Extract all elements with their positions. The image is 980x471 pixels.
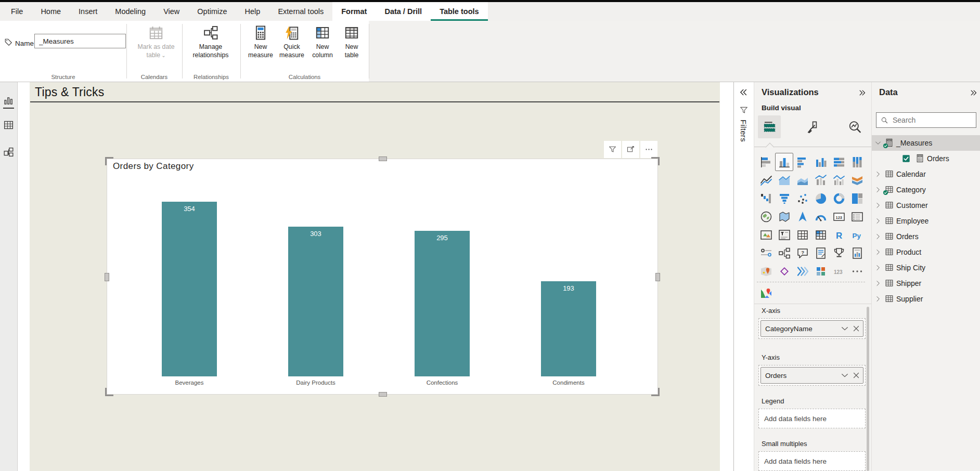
- mark-as-date-table-button[interactable]: Mark as date table⌄: [132, 25, 180, 59]
- selection-corner-handle[interactable]: [651, 157, 660, 165]
- resize-handle-right[interactable]: [655, 273, 660, 281]
- tree-item-category[interactable]: Category: [872, 182, 980, 198]
- tab-help[interactable]: Help: [236, 2, 269, 21]
- visual-type-matrix[interactable]: [811, 226, 830, 244]
- chevron-down-icon[interactable]: [840, 324, 849, 333]
- visual-type-stacked-column-chart[interactable]: [775, 153, 793, 171]
- quick-measure-button[interactable]: Quick measure: [277, 25, 307, 59]
- visual-type-stacked-area-chart[interactable]: [793, 171, 811, 189]
- new-column-button[interactable]: New column: [308, 25, 337, 59]
- y-axis-well[interactable]: Orders: [758, 365, 866, 386]
- more-options-button[interactable]: [640, 141, 657, 158]
- visual-type-filled-map[interactable]: [775, 207, 793, 226]
- expand-chevron-icon[interactable]: [874, 202, 882, 209]
- report-page[interactable]: Tips & Tricks Orders by Category 354Beve…: [30, 82, 720, 471]
- resize-handle-left[interactable]: [105, 273, 109, 281]
- visual-type-metrics[interactable]: [830, 244, 848, 262]
- remove-field-icon[interactable]: [852, 371, 861, 380]
- visual-type-qna[interactable]: ?: [793, 244, 811, 262]
- visual-type-multi-row-card[interactable]: [848, 207, 866, 226]
- visual-type-power-automate-visual[interactable]: [793, 262, 811, 280]
- visual-type-more-options-gallery[interactable]: [848, 262, 866, 280]
- visual-type-scatter-chart[interactable]: [793, 189, 811, 207]
- visual-type-paginated-report[interactable]: [848, 244, 866, 262]
- visual-type-table[interactable]: [793, 226, 811, 244]
- x-axis-well[interactable]: CategoryName: [758, 318, 866, 339]
- expand-chevron-icon[interactable]: [874, 171, 882, 178]
- visual-type-pie-chart[interactable]: [811, 189, 830, 207]
- visual-type-card[interactable]: 123: [830, 207, 848, 226]
- visual-type-kpi[interactable]: [757, 226, 775, 244]
- expand-chevron-icon[interactable]: [874, 186, 882, 193]
- focus-mode-button[interactable]: [622, 141, 639, 158]
- visual-type-arcgis-map[interactable]: [757, 262, 775, 280]
- panel-scrollbar[interactable]: [867, 307, 869, 471]
- tab-file[interactable]: File: [2, 2, 32, 21]
- visual-type-line-chart[interactable]: [757, 171, 775, 189]
- visual-type-funnel-chart[interactable]: [775, 189, 793, 207]
- visual-type-r-script-visual[interactable]: R: [830, 226, 848, 244]
- tree-item-calendar[interactable]: Calendar: [872, 166, 980, 182]
- bar-chart-visual[interactable]: Orders by Category 354Beverages303Dairy …: [107, 159, 658, 395]
- tree-item-supplier[interactable]: Supplier: [872, 291, 980, 307]
- field-pill-categoryname[interactable]: CategoryName: [760, 320, 863, 337]
- collapse-visualizations-icon[interactable]: [858, 89, 866, 97]
- visual-type-ribbon-chart[interactable]: [848, 171, 866, 189]
- visual-type-squares-visual[interactable]: [811, 262, 830, 280]
- expand-chevron-icon[interactable]: [874, 139, 882, 147]
- expand-chevron-icon[interactable]: [874, 280, 882, 287]
- selection-corner-handle[interactable]: [651, 388, 660, 396]
- new-table-button[interactable]: New table: [338, 25, 365, 59]
- filter-button[interactable]: [604, 141, 621, 158]
- remove-field-icon[interactable]: [852, 324, 861, 333]
- tab-data-drill[interactable]: Data / Drill: [376, 2, 431, 21]
- tab-external-tools[interactable]: External tools: [269, 2, 332, 21]
- tree-item-employee[interactable]: Employee: [872, 213, 980, 229]
- expand-chevron-icon[interactable]: [874, 264, 882, 271]
- collapse-data-panel-icon[interactable]: [970, 89, 977, 97]
- visual-type-smart-narrative[interactable]: [811, 244, 830, 262]
- report-view-icon[interactable]: [3, 96, 14, 109]
- filters-panel-title[interactable]: Filters: [739, 120, 748, 142]
- expand-chevron-icon[interactable]: [874, 248, 882, 256]
- visual-type-line-and-clustered-column-chart[interactable]: [830, 171, 848, 189]
- bar-confections[interactable]: 295: [415, 231, 470, 376]
- small-multiples-well[interactable]: Add data fields here: [758, 451, 866, 471]
- visual-type-waterfall-chart[interactable]: [757, 189, 775, 207]
- bar-dairy-products[interactable]: 303: [288, 227, 343, 376]
- expand-filters-icon[interactable]: [739, 88, 748, 97]
- tab-analytics[interactable]: [843, 115, 866, 138]
- tree-item-shipper[interactable]: Shipper: [872, 276, 980, 291]
- selection-corner-handle[interactable]: [105, 157, 113, 165]
- visual-type-decomposition-tree[interactable]: [775, 244, 793, 262]
- visual-type-donut-chart[interactable]: [830, 189, 848, 207]
- tab-insert[interactable]: Insert: [70, 2, 106, 21]
- checkbox-checked-icon[interactable]: [902, 154, 910, 163]
- visual-type-area-chart[interactable]: [775, 171, 793, 189]
- visual-type-hundred-stacked-column-chart[interactable]: [848, 153, 866, 171]
- expand-chevron-icon[interactable]: [874, 217, 882, 225]
- visual-type-power-apps-visual[interactable]: [775, 262, 793, 280]
- visual-type-treemap[interactable]: [848, 189, 866, 207]
- tab-build-visual[interactable]: [758, 115, 781, 138]
- field-pill-orders[interactable]: Orders: [760, 367, 863, 384]
- visual-type-google-maps-visual[interactable]: G: [757, 283, 775, 302]
- tree-item-ship-city[interactable]: Ship City: [872, 260, 980, 276]
- visual-type-new-card[interactable]: 123: [830, 262, 848, 280]
- tab-format-visual[interactable]: [801, 115, 823, 138]
- tab-home[interactable]: Home: [32, 2, 70, 21]
- tab-view[interactable]: View: [154, 2, 188, 21]
- search-input[interactable]: [892, 115, 976, 125]
- tree-item-orders-measure[interactable]: Orders: [872, 151, 980, 166]
- visual-type-clustered-bar-chart[interactable]: [793, 153, 811, 171]
- tab-table-tools[interactable]: Table tools: [431, 2, 487, 21]
- data-view-icon[interactable]: [3, 120, 14, 132]
- legend-well[interactable]: Add data fields here: [758, 409, 866, 428]
- resize-handle-top[interactable]: [379, 156, 387, 161]
- model-view-icon[interactable]: [3, 147, 14, 159]
- manage-relationships-button[interactable]: Manage relationships: [183, 25, 238, 59]
- selection-corner-handle[interactable]: [105, 388, 113, 396]
- tree-item-orders[interactable]: Orders: [872, 229, 980, 244]
- table-name-input[interactable]: [34, 34, 126, 48]
- chevron-down-icon[interactable]: [840, 371, 849, 380]
